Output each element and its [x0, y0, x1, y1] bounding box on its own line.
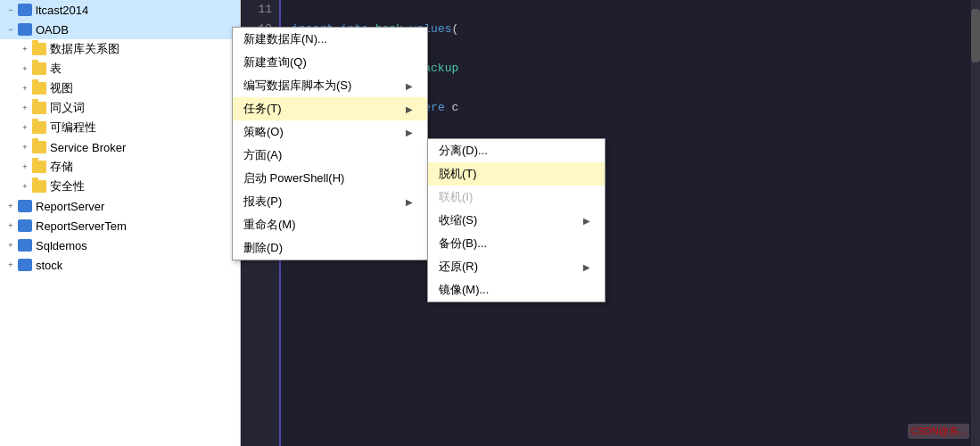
tree-label: 同义词	[50, 100, 85, 116]
menu-item-new-query[interactable]: 新建查询(Q)	[233, 51, 427, 74]
expand-icon[interactable]: −	[4, 22, 18, 37]
tree-label: 表	[50, 61, 62, 77]
submenu-item-mirror[interactable]: 镜像(M)...	[428, 278, 605, 301]
tree-item-programmable[interactable]: +可编程性	[0, 118, 240, 137]
menu-item-label: 报表(P)	[243, 194, 282, 210]
scrollbar[interactable]	[971, 0, 980, 446]
expand-icon[interactable]: +	[4, 238, 18, 252]
tree-label: Service Broker	[50, 141, 126, 154]
menu-item-label: 任务(T)	[243, 101, 282, 117]
tree-item-service-broker[interactable]: +Service Broker	[0, 137, 240, 157]
tree-item-storage[interactable]: +存储	[0, 157, 240, 177]
tree-item-sqldemos[interactable]: +Sqldemos	[0, 235, 240, 255]
tree-item-synonyms[interactable]: +同义词	[0, 98, 240, 118]
tree-label: ReportServer	[36, 200, 104, 213]
watermark: CSDN@东...	[908, 424, 969, 439]
folder-icon	[32, 141, 46, 153]
tree-item-db-diagram[interactable]: +数据库关系图	[0, 39, 240, 59]
tree-label: 数据库关系图	[50, 41, 119, 57]
menu-item-policy[interactable]: 策略(O)▶	[233, 120, 427, 144]
expand-icon[interactable]: +	[4, 258, 18, 272]
tree-item-report-server-tem[interactable]: +ReportServerTem	[0, 216, 240, 235]
submenu: 分离(D)...脱机(T)联机(I)收缩(S)▶备份(B)...还原(R)▶镜像…	[427, 138, 605, 302]
tree-label: 存储	[50, 159, 73, 175]
menu-item-label: 策略(O)	[243, 124, 284, 140]
database-icon	[18, 219, 32, 232]
submenu-item-offline[interactable]: 脱机(T)	[428, 162, 605, 186]
submenu-item-shrink[interactable]: 收缩(S)▶	[428, 209, 605, 232]
tree-item-ltcast2014[interactable]: −ltcast2014	[0, 0, 240, 20]
submenu-item-detach[interactable]: 分离(D)...	[428, 139, 605, 162]
menu-item-new-db[interactable]: 新建数据库(N)...	[233, 28, 427, 51]
menu-item-label: 新建查询(Q)	[243, 54, 307, 70]
tree-item-OADB[interactable]: −OADB	[0, 20, 240, 39]
submenu-item-label: 分离(D)...	[439, 143, 488, 159]
database-icon	[18, 23, 32, 36]
submenu-item-label: 备份(B)...	[439, 235, 487, 252]
submenu-item-restore[interactable]: 还原(R)▶	[428, 255, 605, 278]
expand-icon[interactable]: +	[18, 81, 32, 95]
menu-item-label: 编写数据库脚本为(S)	[243, 78, 351, 94]
tree-label: ltcast2014	[36, 4, 88, 17]
folder-icon	[32, 82, 46, 95]
database-icon	[18, 259, 32, 271]
tree-label: 视图	[50, 80, 73, 96]
submenu-arrow-icon: ▶	[406, 197, 413, 207]
folder-icon	[32, 121, 46, 134]
tree-item-security[interactable]: +安全性	[0, 177, 240, 196]
menu-item-script-db[interactable]: 编写数据库脚本为(S)▶	[233, 74, 427, 97]
menu-item-label: 新建数据库(N)...	[243, 31, 327, 47]
expand-icon[interactable]: −	[4, 3, 18, 17]
menu-item-label: 启动 PowerShell(H)	[243, 170, 344, 186]
submenu-arrow-icon: ▶	[406, 81, 413, 91]
folder-icon	[32, 62, 46, 75]
database-icon	[18, 200, 32, 212]
expand-icon[interactable]: +	[4, 199, 18, 213]
submenu-arrow-icon: ▶	[406, 128, 413, 137]
expand-icon[interactable]: +	[18, 160, 32, 174]
tree-item-report-server[interactable]: +ReportServer	[0, 196, 240, 216]
database-icon	[18, 4, 32, 16]
tree-item-views[interactable]: +视图	[0, 78, 240, 98]
code-line[interactable]	[292, 0, 971, 20]
tree-label: 安全性	[50, 178, 85, 194]
tree-panel: −ltcast2014−OADB+数据库关系图+表+视图+同义词+可编程性+Se…	[0, 0, 241, 446]
expand-icon[interactable]: +	[18, 42, 32, 56]
tree-item-stock[interactable]: +stock	[0, 255, 240, 275]
menu-item-label: 删除(D)	[243, 240, 283, 256]
tree-label: OADB	[36, 23, 69, 37]
expand-icon[interactable]: +	[4, 219, 18, 233]
expand-icon[interactable]: +	[18, 62, 32, 76]
tree-label: 可编程性	[50, 120, 96, 136]
submenu-item-label: 还原(R)	[439, 259, 478, 275]
context-menu: 新建数据库(N)...新建查询(Q)编写数据库脚本为(S)▶任务(T)▶策略(O…	[232, 27, 428, 260]
folder-icon	[32, 102, 46, 114]
menu-item-reports[interactable]: 报表(P)▶	[233, 190, 427, 213]
menu-item-tasks[interactable]: 任务(T)▶	[233, 97, 427, 120]
folder-icon	[32, 43, 46, 55]
scrollbar-thumb[interactable]	[971, 9, 980, 62]
folder-icon	[32, 180, 46, 193]
menu-item-powershell[interactable]: 启动 PowerShell(H)	[233, 167, 427, 190]
menu-item-facets[interactable]: 方面(A)	[233, 144, 427, 167]
menu-item-label: 方面(A)	[243, 147, 282, 163]
submenu-item-label: 镜像(M)...	[439, 282, 489, 298]
folder-icon	[32, 161, 46, 173]
expand-icon[interactable]: +	[18, 120, 32, 135]
expand-icon[interactable]: +	[18, 101, 32, 115]
submenu-item-label: 脱机(T)	[439, 166, 477, 182]
database-icon	[18, 239, 32, 252]
submenu-item-backup[interactable]: 备份(B)...	[428, 232, 605, 255]
menu-item-label: 重命名(M)	[243, 217, 296, 233]
tree-label: ReportServerTem	[36, 219, 127, 233]
tree-item-tables[interactable]: +表	[0, 59, 240, 78]
tree-label: Sqldemos	[36, 239, 87, 252]
menu-item-delete[interactable]: 删除(D)	[233, 236, 427, 260]
tree-label: stock	[36, 259, 62, 272]
expand-icon[interactable]: +	[18, 140, 32, 154]
submenu-arrow-icon: ▶	[583, 262, 590, 272]
submenu-arrow-icon: ▶	[583, 216, 590, 226]
expand-icon[interactable]: +	[18, 179, 32, 194]
menu-item-rename[interactable]: 重命名(M)	[233, 213, 427, 236]
submenu-arrow-icon: ▶	[406, 104, 413, 114]
